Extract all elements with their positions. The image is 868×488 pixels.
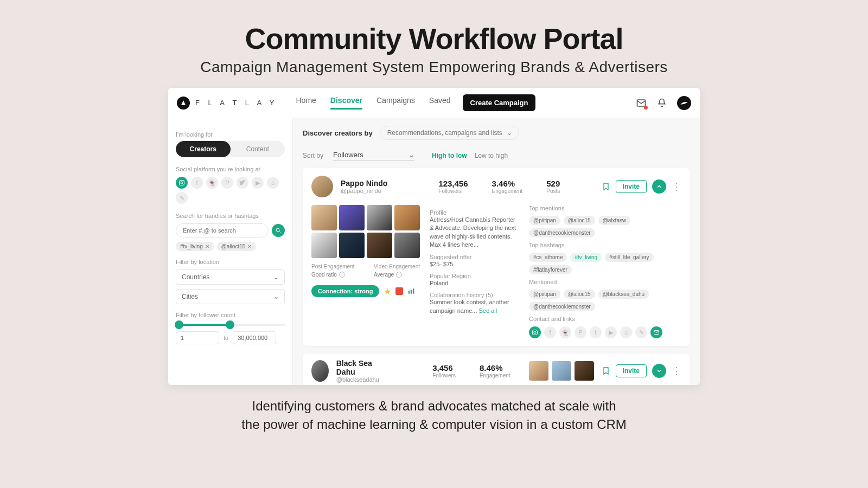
creator-avatar[interactable] [311, 360, 329, 382]
contact-pinterest-icon[interactable]: P [575, 326, 586, 338]
chip-remove-icon[interactable]: ✕ [205, 243, 209, 249]
platform-icons: f 👻 P ▶ ⌂ ✎ [176, 177, 285, 204]
invite-button[interactable]: Invite [616, 180, 647, 193]
creator-avatar[interactable] [311, 176, 333, 197]
twitter-icon[interactable] [237, 177, 248, 189]
segment-content[interactable]: Content [231, 141, 285, 157]
segment-creators[interactable]: Creators [176, 141, 231, 157]
pinterest-icon[interactable]: P [221, 177, 233, 189]
post-thumbnail[interactable] [367, 205, 392, 230]
chip-remove-icon[interactable]: ✕ [247, 243, 252, 249]
svg-point-10 [534, 331, 536, 333]
discover-label: Discover creators by [303, 129, 373, 137]
creator-handle: @pappo_nindo [341, 188, 387, 194]
mention-chip[interactable]: @alxfasw [598, 216, 631, 225]
creator-name: Black Sea Dahu [336, 359, 381, 376]
contact-facebook-icon[interactable]: f [544, 326, 556, 338]
post-thumbnail[interactable] [552, 361, 571, 381]
countries-select[interactable]: Countries ⌄ [176, 269, 285, 285]
bookmark-icon[interactable] [602, 182, 610, 191]
post-eng-value: Good ratio [311, 272, 337, 278]
mentioned-chip[interactable]: @danthecookiemonster [529, 302, 595, 311]
mention-chip[interactable]: @alioc15 [564, 216, 595, 225]
slider-handle-min[interactable] [175, 320, 183, 329]
hashtag-chip[interactable]: #cs_athome [529, 253, 567, 262]
contact-twitter-icon[interactable]: t [590, 326, 602, 338]
post-thumbnail[interactable] [394, 233, 420, 258]
creator-card: Black Sea Dahu @blackseadahu 3,456 Follo… [303, 354, 690, 385]
more-menu-icon[interactable]: ⋮ [672, 369, 681, 373]
topbar: F L A T L A Y Home Discover Campaigns Sa… [168, 88, 700, 118]
contact-mail-icon[interactable] [650, 326, 662, 338]
collapse-button[interactable] [652, 179, 666, 194]
see-all-link[interactable]: See all [479, 307, 497, 314]
youtube-icon[interactable]: ▶ [252, 177, 264, 189]
contact-blog-icon[interactable]: ✎ [635, 326, 647, 338]
follower-slider[interactable] [176, 324, 285, 326]
info-icon[interactable]: i [339, 272, 345, 278]
nav-saved[interactable]: Saved [429, 96, 451, 110]
search-chip[interactable]: #tv_living✕ [176, 242, 214, 251]
range-to-label: to [224, 335, 228, 341]
search-input[interactable] [176, 223, 269, 237]
creator-name: Pappo Nindo [341, 179, 387, 188]
bookmark-icon[interactable] [602, 367, 610, 375]
mentioned-chip[interactable]: @alioc15 [564, 290, 595, 299]
region-value: Poland [430, 279, 519, 287]
post-thumbnail[interactable] [311, 205, 337, 230]
star-icon: ★ [384, 286, 391, 297]
hashtag-chip[interactable]: #still_life_gallery [605, 253, 653, 262]
nav-discover[interactable]: Discover [330, 96, 362, 110]
post-thumbnail[interactable] [575, 361, 594, 381]
bell-icon[interactable] [656, 98, 667, 108]
instagram-icon[interactable] [176, 177, 188, 189]
range-to-input[interactable] [233, 331, 276, 344]
post-thumbnail[interactable] [367, 233, 392, 258]
hashtag-chip[interactable]: #tv_living [570, 253, 602, 262]
red-badge-icon [395, 287, 403, 295]
sort-select[interactable]: Followers ⌄ [333, 151, 414, 160]
search-button[interactable] [272, 224, 285, 237]
expand-button[interactable] [652, 364, 666, 378]
snapchat-icon[interactable]: 👻 [206, 177, 218, 189]
mention-chip[interactable]: @danthecookiemonster [529, 228, 595, 237]
sort-low-to-high[interactable]: Low to high [475, 152, 508, 159]
contact-instagram-icon[interactable] [529, 326, 541, 338]
twitch-icon[interactable]: ⌂ [267, 177, 279, 189]
creator-handle: @blackseadahu [336, 376, 381, 383]
more-menu-icon[interactable]: ⋮ [672, 184, 681, 189]
post-thumbnail[interactable] [339, 205, 365, 230]
facebook-icon[interactable]: f [191, 177, 203, 189]
contact-snapchat-icon[interactable]: 👻 [559, 326, 571, 338]
sort-high-to-low[interactable]: High to low [432, 152, 467, 159]
blog-icon[interactable]: ✎ [176, 192, 188, 204]
cities-select[interactable]: Cities ⌄ [176, 289, 285, 304]
user-avatar[interactable] [677, 96, 691, 110]
mail-icon[interactable] [636, 98, 647, 108]
bars-icon [407, 287, 415, 295]
discover-dropdown[interactable]: Recommendations, campaigns and lists ⌄ [380, 126, 519, 140]
svg-line-5 [279, 232, 281, 233]
post-thumbnail[interactable] [311, 233, 337, 258]
create-campaign-button[interactable]: Create Campaign [463, 94, 536, 111]
hashtag-chip[interactable]: #flatlayforever [529, 265, 572, 274]
contact-twitch-icon[interactable]: ⌂ [620, 326, 632, 338]
mentioned-chip[interactable]: @piitipan [529, 290, 560, 299]
app-window: F L A T L A Y Home Discover Campaigns Sa… [168, 88, 700, 385]
info-icon[interactable]: i [396, 272, 402, 278]
invite-button[interactable]: Invite [616, 364, 647, 377]
post-thumbnail[interactable] [339, 233, 365, 258]
contact-label: Contact and links [529, 316, 681, 322]
mention-chip[interactable]: @piitipan [529, 216, 560, 225]
contact-youtube-icon[interactable]: ▶ [605, 326, 617, 338]
slider-handle-max[interactable] [226, 320, 234, 329]
nav-campaigns[interactable]: Campaigns [376, 96, 415, 110]
collab-label: Collaboration history (5) [430, 292, 519, 298]
post-thumbnail[interactable] [529, 361, 548, 381]
range-from-input[interactable] [176, 331, 219, 344]
nav-home[interactable]: Home [296, 96, 316, 110]
search-chip[interactable]: @alioct15✕ [217, 242, 257, 251]
mentioned-chip[interactable]: @blacksea_dahu [598, 290, 649, 299]
brand[interactable]: F L A T L A Y [177, 97, 278, 110]
post-thumbnail[interactable] [394, 205, 420, 230]
